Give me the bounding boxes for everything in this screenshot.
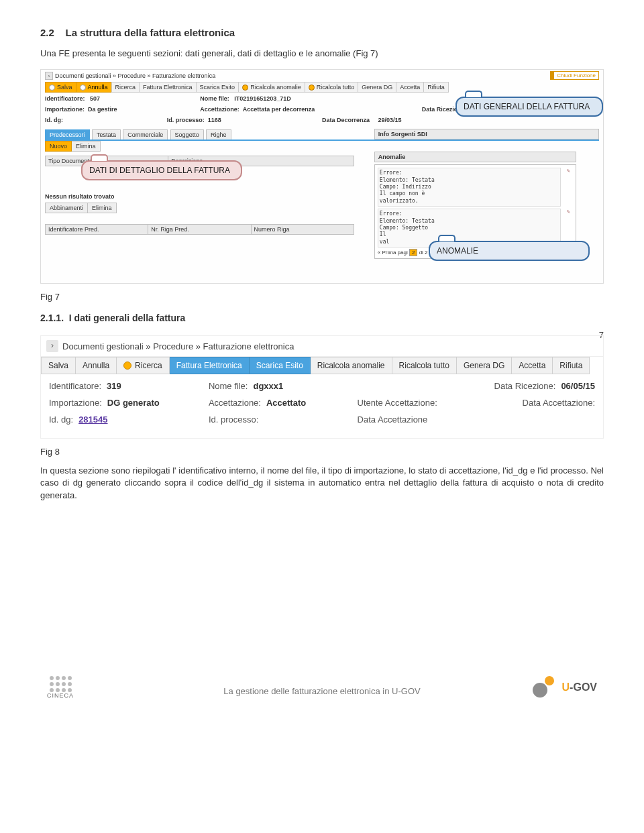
ricalcola-tutto-button[interactable]: Ricalcola tutto <box>392 357 457 374</box>
callout-dati-generali: DATI GENERALI DELLA FATTURA <box>455 97 603 117</box>
col-id-pred: Identificatore Pred. <box>45 224 148 235</box>
right-pane: Info Sorgenti SDI Anomalie Errore: Eleme… <box>374 129 599 259</box>
nuovo-button[interactable]: Nuovo <box>45 141 72 152</box>
figure-8-screenshot: Documenti gestionali » Procedure » Fattu… <box>40 335 604 439</box>
dot-icon <box>123 362 131 370</box>
anomalie-header: Anomalie <box>374 152 577 162</box>
ricerca-button[interactable]: Ricerca <box>117 357 170 374</box>
genera-dg-button[interactable]: Genera DG <box>457 357 512 374</box>
scarica-esito-button[interactable]: Scarica Esito <box>196 82 239 93</box>
callout-handle-icon <box>91 154 108 161</box>
subsection-heading: 2.1.1. I dati generali della fattura <box>40 313 604 323</box>
body-paragraph: In questa sezione sono riepilogati l' id… <box>40 465 604 502</box>
gears-icon <box>533 676 558 699</box>
figure-7-screenshot: › Documenti gestionali » Procedure » Fat… <box>40 69 604 284</box>
scarica-esito-button[interactable]: Scarica Esito <box>250 357 311 374</box>
abbinamenti-button[interactable]: Abbinamenti <box>45 203 88 213</box>
tab-testata[interactable]: Testata <box>92 129 121 140</box>
tab-commerciale[interactable]: Commerciale <box>123 129 168 140</box>
fattura-elettronica-button[interactable]: Fattura Elettronica <box>139 82 196 93</box>
section-title-text: La struttura della fattura elettronica <box>66 27 235 38</box>
breadcrumb-bar: › Documenti gestionali » Procedure » Fat… <box>45 71 599 80</box>
elimina-button[interactable]: Elimina <box>72 141 101 152</box>
info-sorgenti-sdi-header: Info Sorgenti SDI <box>374 129 599 140</box>
ugov-logo: U-GOV <box>533 676 597 699</box>
breadcrumb-chevron-icon[interactable] <box>46 340 58 352</box>
callout-anomalie: ANOMALIE <box>429 241 590 261</box>
section-number: 2.2 <box>40 27 54 38</box>
callout-dati-dettaglio: DATI DI DETTAGLIO DELLA FATTURA <box>81 160 242 180</box>
tab-predecessori[interactable]: Predecessori <box>45 129 90 140</box>
rifiuta-button[interactable]: Rifiuta <box>553 357 590 374</box>
breadcrumb-bar: Documenti gestionali » Procedure » Fattu… <box>41 336 603 357</box>
col-numero-riga: Numero Riga <box>252 224 354 235</box>
footer-title: La gestione delle fatturazione elettroni… <box>223 686 420 696</box>
salva-button[interactable]: Salva <box>41 357 76 374</box>
ricalcola-anomalie-button[interactable]: Ricalcola anomalie <box>311 357 392 374</box>
page-footer: CINECA La gestione delle fatturazione el… <box>40 676 604 706</box>
ricalcola-anomalie-button[interactable]: Ricalcola anomalie <box>238 82 305 93</box>
elimina-button-2[interactable]: Elimina <box>88 203 117 213</box>
tab-righe[interactable]: Righe <box>206 129 231 140</box>
toolbar-fig8: Salva Annulla Ricerca Fattura Elettronic… <box>41 357 603 374</box>
accetta-button[interactable]: Accetta <box>512 357 553 374</box>
salva-button[interactable]: Salva <box>45 82 76 93</box>
close-function-button[interactable]: Chiudi Funzione <box>550 71 599 80</box>
section-intro: Una FE presenta le seguenti sezioni: dat… <box>40 48 604 60</box>
ricerca-button[interactable]: Ricerca <box>111 82 140 93</box>
breadcrumb-text: Documenti gestionali » Procedure » Fattu… <box>55 72 215 79</box>
annulla-button[interactable]: Annulla <box>76 82 111 93</box>
col-nr-riga-pred: Nr. Riga Pred. <box>148 224 251 235</box>
fields-panel: Identificatore:319 Nome file:dgxxx1 Data… <box>41 374 603 438</box>
figure-7-caption: Fig 7 <box>40 292 604 302</box>
fields-row-3: Id. dg: Id. processo: 1168 Data Decorren… <box>45 117 599 123</box>
anomaly-row-1: Errore: Elemento: Testata Campo: Indiriz… <box>378 168 574 207</box>
fattura-elettronica-button[interactable]: Fattura Elettronica <box>170 357 250 374</box>
callout-handle-icon <box>465 91 482 97</box>
tab-soggetto[interactable]: Soggetto <box>170 129 204 140</box>
id-dg-link[interactable]: 281545 <box>78 414 107 425</box>
cineca-logo: CINECA <box>47 676 74 699</box>
genera-dg-button[interactable]: Genera DG <box>358 82 396 93</box>
no-result-text: Nessun risultato trovato <box>45 193 354 200</box>
accetta-button[interactable]: Accetta <box>396 82 423 93</box>
annulla-button[interactable]: Annulla <box>76 357 117 374</box>
toolbar-fig7: Salva Annulla Ricerca Fattura Elettronic… <box>45 82 449 93</box>
rifiuta-button[interactable]: Rifiuta <box>423 82 449 93</box>
section-heading: 2.2 La struttura della fattura elettroni… <box>40 27 604 38</box>
edit-icon[interactable]: ✎ <box>564 168 573 207</box>
figure-8-caption: Fig 8 <box>40 447 604 457</box>
breadcrumb-chevron-icon[interactable]: › <box>45 72 53 80</box>
ricalcola-tutto-button[interactable]: Ricalcola tutto <box>305 82 358 93</box>
callout-handle-icon <box>438 235 455 241</box>
